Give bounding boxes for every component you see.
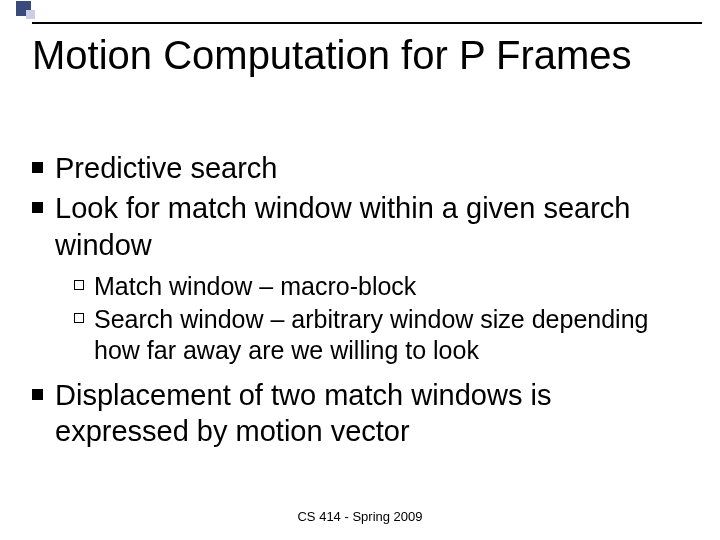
slide-body: Predictive search Look for match window … [32, 150, 692, 453]
bullet-square-icon [32, 389, 43, 400]
header-decoration [0, 0, 720, 24]
bullet-text: Match window – macro-block [94, 271, 416, 302]
decoration-square-light [26, 10, 35, 19]
title-underline [32, 22, 702, 24]
list-item: Look for match window within a given sea… [32, 190, 692, 263]
list-item: Match window – macro-block [74, 271, 692, 302]
bullet-square-icon [32, 202, 43, 213]
slide-title: Motion Computation for P Frames [32, 32, 632, 78]
list-item: Displacement of two match windows is exp… [32, 377, 692, 450]
bullet-text: Look for match window within a given sea… [55, 190, 692, 263]
bullet-text: Displacement of two match windows is exp… [55, 377, 692, 450]
list-item: Search window – arbitrary window size de… [74, 304, 692, 367]
bullet-text: Predictive search [55, 150, 277, 186]
bullet-square-icon [32, 162, 43, 173]
sub-list: Match window – macro-block Search window… [74, 271, 692, 367]
slide-footer: CS 414 - Spring 2009 [0, 509, 720, 524]
bullet-hollow-square-icon [74, 313, 84, 323]
bullet-hollow-square-icon [74, 280, 84, 290]
bullet-text: Search window – arbitrary window size de… [94, 304, 692, 367]
list-item: Predictive search [32, 150, 692, 186]
